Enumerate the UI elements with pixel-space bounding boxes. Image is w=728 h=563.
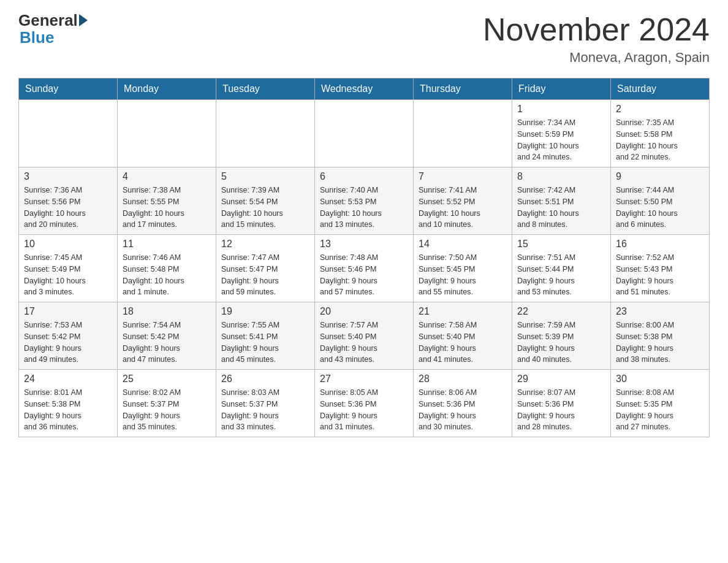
calendar-cell: 3Sunrise: 7:36 AMSunset: 5:56 PMDaylight… <box>19 167 118 235</box>
day-info: Sunrise: 7:55 AMSunset: 5:41 PMDaylight:… <box>221 320 309 366</box>
header: General Blue November 2024 Moneva, Arago… <box>18 12 710 66</box>
day-info: Sunrise: 7:38 AMSunset: 5:55 PMDaylight:… <box>123 185 211 231</box>
day-number: 27 <box>320 373 408 385</box>
day-number: 26 <box>221 373 309 385</box>
calendar-header: SundayMondayTuesdayWednesdayThursdayFrid… <box>19 79 710 100</box>
logo-top: General <box>18 12 88 28</box>
day-number: 16 <box>616 239 704 250</box>
location: Moneva, Aragon, Spain <box>483 50 710 66</box>
calendar-cell <box>315 100 414 167</box>
day-info: Sunrise: 8:03 AMSunset: 5:37 PMDaylight:… <box>221 387 309 433</box>
calendar-cell: 8Sunrise: 7:42 AMSunset: 5:51 PMDaylight… <box>512 167 611 235</box>
day-info: Sunrise: 7:45 AMSunset: 5:49 PMDaylight:… <box>24 252 112 298</box>
calendar-cell: 9Sunrise: 7:44 AMSunset: 5:50 PMDaylight… <box>611 167 710 235</box>
calendar-week-5: 24Sunrise: 8:01 AMSunset: 5:38 PMDayligh… <box>19 370 710 437</box>
calendar-cell: 7Sunrise: 7:41 AMSunset: 5:52 PMDaylight… <box>414 167 512 235</box>
calendar-cell: 20Sunrise: 7:57 AMSunset: 5:40 PMDayligh… <box>315 302 414 370</box>
day-info: Sunrise: 8:06 AMSunset: 5:36 PMDaylight:… <box>419 387 507 433</box>
calendar-cell <box>118 100 216 167</box>
day-info: Sunrise: 7:42 AMSunset: 5:51 PMDaylight:… <box>517 185 605 231</box>
calendar-cell: 2Sunrise: 7:35 AMSunset: 5:58 PMDaylight… <box>611 100 710 167</box>
day-number: 19 <box>221 306 309 317</box>
calendar-cell: 1Sunrise: 7:34 AMSunset: 5:59 PMDaylight… <box>512 100 611 167</box>
title-block: November 2024 Moneva, Aragon, Spain <box>483 12 710 66</box>
day-number: 29 <box>517 373 605 385</box>
calendar-cell: 25Sunrise: 8:02 AMSunset: 5:37 PMDayligh… <box>118 370 216 437</box>
day-info: Sunrise: 7:57 AMSunset: 5:40 PMDaylight:… <box>320 320 408 366</box>
day-info: Sunrise: 7:47 AMSunset: 5:47 PMDaylight:… <box>221 252 309 298</box>
day-number: 7 <box>419 171 507 182</box>
day-info: Sunrise: 8:00 AMSunset: 5:38 PMDaylight:… <box>616 320 704 366</box>
page: General Blue November 2024 Moneva, Arago… <box>0 0 728 450</box>
weekday-row: SundayMondayTuesdayWednesdayThursdayFrid… <box>19 79 710 100</box>
calendar-cell: 14Sunrise: 7:50 AMSunset: 5:45 PMDayligh… <box>414 235 512 302</box>
day-info: Sunrise: 7:59 AMSunset: 5:39 PMDaylight:… <box>517 320 605 366</box>
calendar-cell <box>216 100 315 167</box>
day-info: Sunrise: 7:51 AMSunset: 5:44 PMDaylight:… <box>517 252 605 298</box>
calendar-cell: 28Sunrise: 8:06 AMSunset: 5:36 PMDayligh… <box>414 370 512 437</box>
calendar-cell: 13Sunrise: 7:48 AMSunset: 5:46 PMDayligh… <box>315 235 414 302</box>
calendar-cell: 30Sunrise: 8:08 AMSunset: 5:35 PMDayligh… <box>611 370 710 437</box>
day-info: Sunrise: 7:50 AMSunset: 5:45 PMDaylight:… <box>419 252 507 298</box>
calendar-cell: 15Sunrise: 7:51 AMSunset: 5:44 PMDayligh… <box>512 235 611 302</box>
weekday-header-thursday: Thursday <box>414 79 512 100</box>
logo-general: General <box>18 12 78 28</box>
day-number: 17 <box>24 306 112 317</box>
month-title: November 2024 <box>483 12 710 47</box>
day-number: 3 <box>24 171 112 182</box>
calendar-cell: 19Sunrise: 7:55 AMSunset: 5:41 PMDayligh… <box>216 302 315 370</box>
calendar-cell: 10Sunrise: 7:45 AMSunset: 5:49 PMDayligh… <box>19 235 118 302</box>
day-info: Sunrise: 8:01 AMSunset: 5:38 PMDaylight:… <box>24 387 112 433</box>
day-number: 12 <box>221 239 309 250</box>
day-info: Sunrise: 8:07 AMSunset: 5:36 PMDaylight:… <box>517 387 605 433</box>
day-number: 4 <box>123 171 211 182</box>
day-number: 10 <box>24 239 112 250</box>
weekday-header-tuesday: Tuesday <box>216 79 315 100</box>
day-number: 8 <box>517 171 605 182</box>
calendar-week-1: 1Sunrise: 7:34 AMSunset: 5:59 PMDaylight… <box>19 100 710 167</box>
day-info: Sunrise: 7:46 AMSunset: 5:48 PMDaylight:… <box>123 252 211 298</box>
calendar: SundayMondayTuesdayWednesdayThursdayFrid… <box>18 78 710 437</box>
calendar-cell: 23Sunrise: 8:00 AMSunset: 5:38 PMDayligh… <box>611 302 710 370</box>
day-info: Sunrise: 7:40 AMSunset: 5:53 PMDaylight:… <box>320 185 408 231</box>
calendar-cell: 17Sunrise: 7:53 AMSunset: 5:42 PMDayligh… <box>19 302 118 370</box>
day-number: 6 <box>320 171 408 182</box>
day-number: 22 <box>517 306 605 317</box>
day-number: 24 <box>24 373 112 385</box>
weekday-header-friday: Friday <box>512 79 611 100</box>
day-info: Sunrise: 7:41 AMSunset: 5:52 PMDaylight:… <box>419 185 507 231</box>
day-info: Sunrise: 7:53 AMSunset: 5:42 PMDaylight:… <box>24 320 112 366</box>
day-number: 28 <box>419 373 507 385</box>
calendar-cell: 6Sunrise: 7:40 AMSunset: 5:53 PMDaylight… <box>315 167 414 235</box>
calendar-cell: 26Sunrise: 8:03 AMSunset: 5:37 PMDayligh… <box>216 370 315 437</box>
day-number: 15 <box>517 239 605 250</box>
day-number: 11 <box>123 239 211 250</box>
calendar-week-4: 17Sunrise: 7:53 AMSunset: 5:42 PMDayligh… <box>19 302 710 370</box>
day-info: Sunrise: 8:08 AMSunset: 5:35 PMDaylight:… <box>616 387 704 433</box>
day-number: 9 <box>616 171 704 182</box>
day-info: Sunrise: 8:05 AMSunset: 5:36 PMDaylight:… <box>320 387 408 433</box>
calendar-cell: 5Sunrise: 7:39 AMSunset: 5:54 PMDaylight… <box>216 167 315 235</box>
calendar-cell: 29Sunrise: 8:07 AMSunset: 5:36 PMDayligh… <box>512 370 611 437</box>
day-info: Sunrise: 7:48 AMSunset: 5:46 PMDaylight:… <box>320 252 408 298</box>
day-info: Sunrise: 7:52 AMSunset: 5:43 PMDaylight:… <box>616 252 704 298</box>
day-info: Sunrise: 7:54 AMSunset: 5:42 PMDaylight:… <box>123 320 211 366</box>
day-info: Sunrise: 7:39 AMSunset: 5:54 PMDaylight:… <box>221 185 309 231</box>
day-info: Sunrise: 7:44 AMSunset: 5:50 PMDaylight:… <box>616 185 704 231</box>
day-number: 1 <box>517 104 605 115</box>
day-info: Sunrise: 7:35 AMSunset: 5:58 PMDaylight:… <box>616 117 704 163</box>
logo-blue: Blue <box>20 28 54 47</box>
day-number: 23 <box>616 306 704 317</box>
calendar-body: 1Sunrise: 7:34 AMSunset: 5:59 PMDaylight… <box>19 100 710 437</box>
day-number: 13 <box>320 239 408 250</box>
day-number: 2 <box>616 104 704 115</box>
day-number: 18 <box>123 306 211 317</box>
calendar-cell: 22Sunrise: 7:59 AMSunset: 5:39 PMDayligh… <box>512 302 611 370</box>
calendar-cell: 16Sunrise: 7:52 AMSunset: 5:43 PMDayligh… <box>611 235 710 302</box>
calendar-cell: 18Sunrise: 7:54 AMSunset: 5:42 PMDayligh… <box>118 302 216 370</box>
weekday-header-monday: Monday <box>118 79 216 100</box>
day-number: 5 <box>221 171 309 182</box>
calendar-cell <box>414 100 512 167</box>
day-info: Sunrise: 7:36 AMSunset: 5:56 PMDaylight:… <box>24 185 112 231</box>
day-number: 25 <box>123 373 211 385</box>
